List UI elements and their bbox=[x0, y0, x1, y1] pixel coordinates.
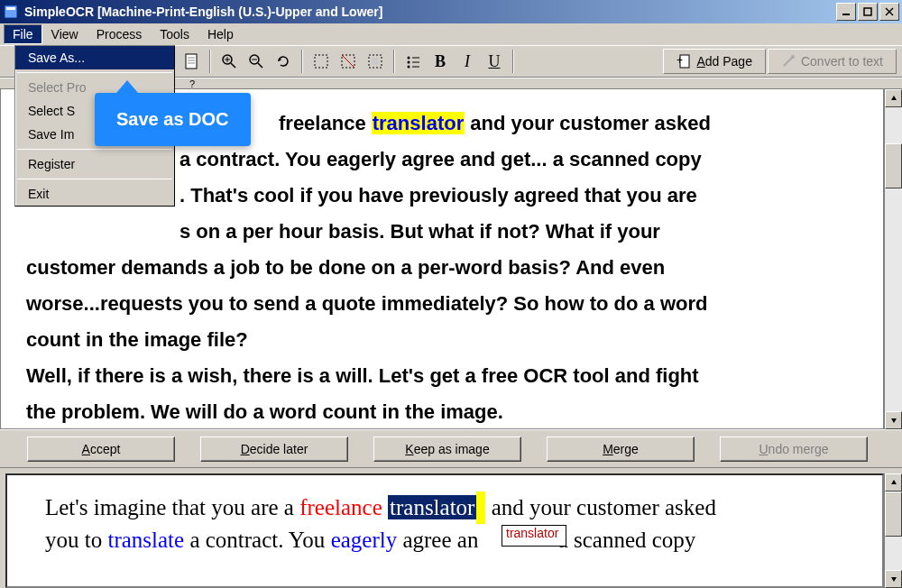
menu-help[interactable]: Help bbox=[198, 24, 243, 44]
italic-icon[interactable]: I bbox=[455, 49, 480, 74]
result-text[interactable]: Let's imagine that you are a freelance t… bbox=[5, 473, 884, 588]
svg-point-32 bbox=[791, 55, 795, 59]
close-button[interactable] bbox=[879, 3, 899, 21]
add-page-label: dd Page bbox=[705, 54, 752, 69]
titlebar: SimpleOCR [Machine-Print-English (U.S.)-… bbox=[0, 0, 902, 23]
convert-label: Convert to text bbox=[801, 54, 883, 69]
crop-right-icon[interactable] bbox=[363, 49, 388, 74]
menu-process[interactable]: Process bbox=[87, 24, 152, 44]
minimize-button[interactable] bbox=[836, 3, 856, 21]
svg-line-20 bbox=[342, 55, 354, 68]
svg-line-11 bbox=[231, 63, 235, 68]
action-bar: Accept Decide later Keep as image Merge … bbox=[0, 429, 902, 467]
svg-rect-2 bbox=[842, 14, 850, 15]
zoom-in-icon[interactable] bbox=[216, 49, 242, 74]
merge-button[interactable]: Merge bbox=[547, 436, 695, 462]
menu-save-as[interactable]: Save As... bbox=[15, 46, 174, 69]
suggestion-popup[interactable]: translator bbox=[502, 525, 566, 547]
scroll-track[interactable] bbox=[885, 107, 902, 411]
scroll-up-icon[interactable] bbox=[885, 89, 902, 107]
tutorial-callout: Save as DOC bbox=[95, 93, 251, 146]
svg-point-23 bbox=[408, 57, 410, 60]
svg-point-25 bbox=[408, 61, 410, 64]
menu-view[interactable]: View bbox=[42, 24, 87, 44]
svg-rect-1 bbox=[6, 7, 15, 10]
add-page-button[interactable]: + Add Page bbox=[663, 49, 766, 74]
bold-icon[interactable]: B bbox=[428, 49, 453, 74]
result-scrollbar[interactable] bbox=[884, 473, 902, 588]
svg-line-31 bbox=[784, 57, 793, 66]
result-pane: Let's imagine that you are a freelance t… bbox=[0, 467, 902, 588]
selected-word[interactable]: translator bbox=[388, 495, 476, 519]
svg-text:+: + bbox=[676, 54, 683, 67]
zoom-out-icon[interactable] bbox=[244, 49, 269, 74]
highlighted-word: translator bbox=[372, 112, 465, 134]
convert-button: Convert to text bbox=[768, 49, 897, 74]
app-icon bbox=[3, 4, 19, 20]
scroll-thumb[interactable] bbox=[885, 492, 902, 537]
svg-rect-18 bbox=[315, 55, 327, 68]
cursor-highlight bbox=[476, 492, 485, 524]
window-title: SimpleOCR [Machine-Print-English (U.S.)-… bbox=[24, 5, 836, 19]
wand-icon bbox=[781, 54, 796, 69]
region-tool-icon[interactable] bbox=[308, 49, 334, 74]
page-icon[interactable] bbox=[179, 49, 204, 74]
menu-tools[interactable]: Tools bbox=[151, 24, 198, 44]
help-hint-icon: ? bbox=[189, 78, 195, 89]
svg-marker-36 bbox=[891, 577, 897, 582]
scroll-track[interactable] bbox=[885, 492, 902, 570]
list-icon[interactable] bbox=[400, 49, 426, 74]
scroll-up-icon[interactable] bbox=[885, 473, 902, 492]
svg-marker-35 bbox=[891, 480, 897, 484]
menu-exit[interactable]: Exit bbox=[15, 182, 174, 206]
svg-rect-6 bbox=[186, 54, 197, 69]
keep-as-image-button[interactable]: Keep as image bbox=[373, 436, 521, 462]
svg-line-15 bbox=[258, 63, 262, 68]
scroll-down-icon[interactable] bbox=[885, 570, 902, 588]
underline-icon[interactable]: U bbox=[482, 49, 507, 74]
rotate-icon[interactable] bbox=[271, 49, 296, 74]
accept-button[interactable]: Accept bbox=[27, 436, 175, 462]
menu-file[interactable]: File bbox=[4, 24, 42, 44]
svg-rect-22 bbox=[372, 58, 379, 65]
undo-merge-button: Undo merge bbox=[720, 436, 868, 462]
vertical-scrollbar[interactable] bbox=[884, 89, 902, 429]
svg-marker-34 bbox=[891, 418, 897, 423]
crop-left-icon[interactable] bbox=[336, 49, 361, 74]
suggestion-item[interactable]: translator bbox=[506, 526, 562, 540]
scroll-down-icon[interactable] bbox=[885, 411, 902, 429]
svg-point-27 bbox=[408, 66, 410, 69]
menu-register[interactable]: Register bbox=[15, 152, 174, 176]
add-page-icon: + bbox=[676, 53, 691, 69]
svg-marker-33 bbox=[891, 96, 897, 100]
maximize-button[interactable] bbox=[858, 3, 878, 21]
menubar: File View Process Tools Help bbox=[0, 23, 902, 45]
decide-later-button[interactable]: Decide later bbox=[200, 436, 348, 462]
red-word: freelance bbox=[299, 495, 382, 519]
svg-rect-3 bbox=[864, 8, 871, 15]
scroll-thumb[interactable] bbox=[885, 143, 902, 188]
